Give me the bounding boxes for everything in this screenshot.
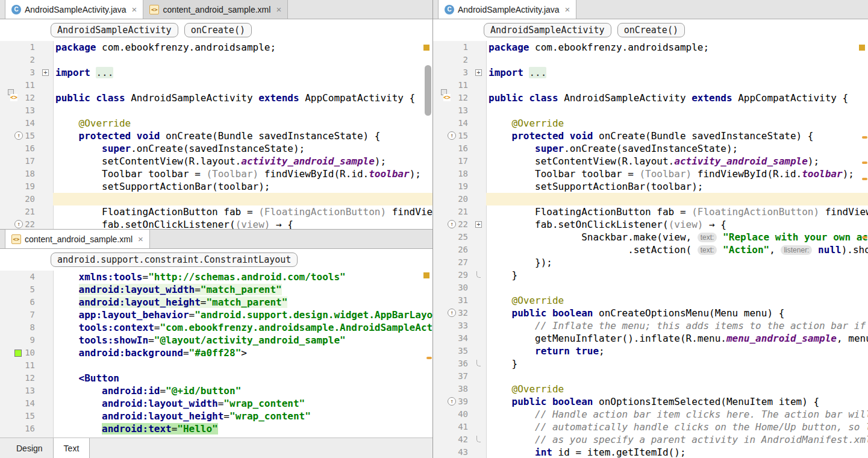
code-text[interactable] [486,54,868,66]
code-text[interactable]: fab.setOnClickListener((view) → { [486,218,868,231]
code-text[interactable]: xmlns:tools="http://schemas.android.com/… [53,271,432,283]
code-text[interactable]: android:id="@+id/button" [53,384,432,397]
code-text[interactable] [486,193,868,205]
code-text[interactable]: fab.setOnClickListener((view) → { [53,218,432,229]
breadcrumb-item[interactable]: android.support.constraint.ConstraintLay… [51,253,298,267]
code-text[interactable]: // Handle action bar item clicks here. T… [486,408,868,421]
fold-expand-icon[interactable]: + [475,69,482,76]
code-text[interactable]: protected void onCreate(Bundle savedInst… [486,130,868,142]
editor-tab[interactable]: <>content_android_sample.xml× [143,0,288,19]
code-text[interactable]: setSupportActionBar(toolbar); [486,180,868,193]
code-text[interactable]: package com.ebookfrenzy.androidsample; [486,41,868,54]
code-text[interactable] [53,79,432,92]
tab-close-icon[interactable]: × [138,234,143,243]
tab-close-icon[interactable]: × [565,5,570,14]
code-text[interactable]: setSupportActionBar(toolbar); [53,180,432,193]
warning-stripe-mark[interactable] [862,178,867,180]
code-text[interactable]: FloatingActionButton fab = (FloatingActi… [53,205,432,218]
overriding-method-icon[interactable]: ↑ [448,131,456,140]
warning-stripe-mark[interactable] [862,136,867,139]
code-text[interactable] [53,359,432,372]
code-text[interactable]: android:text="Hello" [53,422,432,435]
code-text[interactable]: super.onCreate(savedInstanceState); [53,142,432,155]
code-text[interactable]: setContentView(R.layout.activity_android… [53,155,432,168]
related-icon[interactable]: <> [441,89,452,101]
code-text[interactable]: android:layout_height="match_parent" [53,296,432,309]
view-tab-design[interactable]: Design [6,438,53,458]
code-token: Toolbar toolbar = [55,168,206,180]
code-text[interactable]: public class AndroidSampleActivity exten… [486,92,868,104]
code-text[interactable]: // Inflate the menu; this adds items to … [486,319,868,332]
line-number: 11 [0,79,39,92]
code-text[interactable]: import ... [53,66,432,79]
code-line: 12<>public class AndroidSampleActivity e… [433,92,868,104]
breadcrumb-item[interactable]: onCreate() [617,23,685,37]
code-text[interactable]: android:layout_width="match_parent" [53,283,432,296]
code-text[interactable]: @Override [486,117,868,130]
fold-expand-icon[interactable]: + [42,69,49,76]
code-text[interactable]: tools:context="com.ebookfrenzy.androidsa… [53,321,432,334]
tab-close-icon[interactable]: × [276,5,281,14]
breadcrumb-item[interactable]: AndroidSampleActivity [51,23,178,37]
editor-tab[interactable]: CAndroidSampleActivity.java× [5,0,143,19]
code-text[interactable] [53,54,432,66]
code-text[interactable]: android:layout_width="wrap_content" [53,397,432,410]
related-icon[interactable]: <> [8,89,19,101]
breadcrumb-item[interactable]: onCreate() [184,23,252,37]
warning-stripe-mark[interactable] [426,357,432,359]
code-text[interactable]: import ... [486,66,868,79]
code-text[interactable]: @Override [486,383,868,395]
code-text[interactable]: android:layout_height="wrap_content" [53,410,432,422]
code-text[interactable]: protected void onCreate(Bundle savedInst… [53,130,432,142]
code-text[interactable]: // automatically handle clicks on the Ho… [486,421,868,433]
code-text[interactable] [53,193,432,205]
code-text[interactable]: // as you specify a parent activity in A… [486,433,868,446]
code-text[interactable] [486,370,868,383]
code-text[interactable] [486,104,868,117]
fold-column [39,104,53,117]
code-text[interactable]: FloatingActionButton fab = (FloatingActi… [486,205,868,218]
code-text[interactable]: } [486,269,868,281]
code-text[interactable]: tools:showIn="@layout/activity_android_s… [53,334,432,347]
code-text[interactable]: @Override [53,117,432,130]
code-text[interactable]: Toolbar toolbar = (Toolbar) findViewById… [486,168,868,180]
overriding-method-icon[interactable]: ↑ [448,397,456,406]
editor-tab[interactable]: <>content_android_sample.xml× [5,230,150,248]
code-text[interactable]: getMenuInflater().inflate(R.menu.menu_an… [486,332,868,345]
code-token [489,421,535,433]
code-text[interactable]: <Button [53,372,432,384]
code-text[interactable]: public boolean onOptionsItemSelected(Men… [486,395,868,408]
code-text[interactable]: public class AndroidSampleActivity exten… [53,92,432,104]
code-text[interactable]: public boolean onCreateOptionsMenu(Menu … [486,307,868,319]
code-text[interactable]: Toolbar toolbar = (Toolbar) findViewById… [53,168,432,180]
code-text[interactable]: package com.ebookfrenzy.androidsample; [53,41,432,54]
view-tab-text[interactable]: Text [53,438,90,458]
code-text[interactable]: }); [486,256,868,269]
code-text[interactable] [486,281,868,294]
code-text[interactable] [53,104,432,117]
color-swatch-icon[interactable] [14,350,22,357]
code-text[interactable]: setContentView(R.layout.activity_android… [486,155,868,168]
pane-divider[interactable] [432,0,433,458]
code-text[interactable]: } [486,357,868,370]
overriding-method-icon[interactable]: ↑ [448,309,456,317]
warning-stripe-mark[interactable] [862,236,867,239]
warning-stripe-mark[interactable] [862,162,867,164]
code-text[interactable]: android:background="#a0ff28"> [53,347,432,359]
code-text[interactable]: return true; [486,345,868,357]
editor-tab[interactable]: CAndroidSampleActivity.java× [438,0,576,19]
tab-close-icon[interactable]: × [132,5,137,14]
vertical-scrollbar-thumb[interactable] [425,65,431,116]
code-text[interactable]: @Override [486,294,868,307]
overriding-method-icon[interactable]: ↑ [14,131,23,140]
code-text[interactable]: Snackbar.make(view, text: "Replace with … [486,231,868,243]
code-text[interactable]: app:layout_behavior="android.support.des… [53,309,432,321]
breadcrumb-item[interactable]: AndroidSampleActivity [484,23,611,37]
code-text[interactable]: .setAction( text: "Action", listener: nu… [486,243,868,256]
overriding-method-icon[interactable]: ↑ [14,220,23,228]
overriding-method-icon[interactable]: ↑ [448,220,456,228]
fold-expand-icon[interactable]: + [475,221,482,228]
code-text[interactable]: int id = item.getItemId(); [486,446,868,458]
code-text[interactable] [486,79,868,92]
code-text[interactable]: super.onCreate(savedInstanceState); [486,142,868,155]
